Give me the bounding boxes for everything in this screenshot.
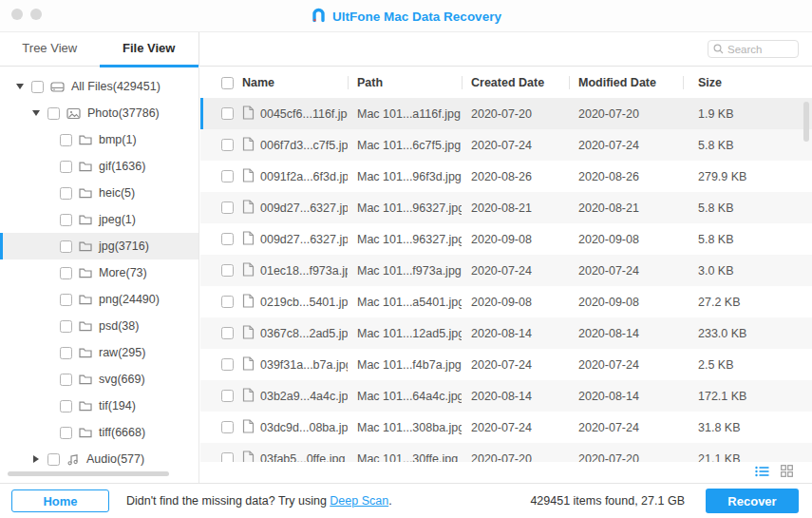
column-header-name[interactable]: Name bbox=[240, 76, 348, 89]
column-header-size[interactable]: Size bbox=[683, 76, 812, 89]
file-name: 03dc9d...08ba.jpg bbox=[260, 421, 348, 434]
checkbox[interactable] bbox=[60, 320, 72, 333]
table-row[interactable]: 0219cb...5401.jpg Mac 101...a5401.jpg 20… bbox=[200, 286, 812, 317]
checkbox[interactable] bbox=[221, 107, 234, 120]
tree-item-label: svg(669) bbox=[99, 373, 145, 386]
checkbox[interactable] bbox=[221, 264, 234, 277]
checkbox[interactable] bbox=[31, 81, 44, 93]
tree-item-tiff[interactable]: tiff(6668) bbox=[0, 419, 198, 446]
tree-item-audio[interactable]: Audio(577) bbox=[0, 446, 198, 472]
checkbox[interactable] bbox=[221, 201, 234, 214]
checkbox[interactable] bbox=[60, 134, 72, 146]
tree-item-label: More(73) bbox=[99, 266, 147, 279]
table-row[interactable]: 009d27...6327.jpg Mac 101...96327.jpg 20… bbox=[200, 223, 812, 255]
checkbox[interactable] bbox=[221, 233, 234, 245]
tree-item-jpg[interactable]: jpg(3716) bbox=[0, 233, 198, 259]
checkbox[interactable] bbox=[221, 296, 234, 308]
table-row[interactable]: 006f7d3...c7f5.jpg Mac 101...6c7f5.jpg 2… bbox=[200, 129, 812, 161]
app-window: UltFone Mac Data Recovery Tree View File… bbox=[0, 0, 812, 518]
file-size: 31.8 KB bbox=[683, 421, 812, 434]
folder-icon bbox=[79, 294, 92, 305]
tree-item-svg[interactable]: svg(669) bbox=[0, 366, 198, 393]
checkbox[interactable] bbox=[47, 107, 60, 120]
title-bar: UltFone Mac Data Recovery bbox=[0, 0, 812, 32]
file-path: Mac 101...96327.jpg bbox=[348, 233, 462, 246]
tab-file-view[interactable]: File View bbox=[100, 32, 199, 67]
checkbox[interactable] bbox=[221, 390, 234, 402]
file-icon bbox=[242, 356, 255, 374]
checkbox[interactable] bbox=[221, 327, 234, 339]
list-view-icon[interactable] bbox=[755, 464, 769, 481]
home-button[interactable]: Home bbox=[11, 489, 109, 512]
table-row[interactable]: 01ec18...f973a.jpg Mac 101...f973a.jpg 2… bbox=[200, 255, 812, 286]
tree-item-psd[interactable]: psd(38) bbox=[0, 313, 198, 339]
table-row[interactable]: 03fab5...0ffe.jpg Mac 101...30ffe.jpg 20… bbox=[200, 443, 812, 462]
tree-item-label: tif(194) bbox=[99, 399, 136, 412]
file-path: Mac 101...6c7f5.jpg bbox=[348, 139, 462, 152]
table-row[interactable]: 009d27...6327.jpg Mac 101...96327.jpg 20… bbox=[200, 192, 812, 223]
modified-date: 2020-07-20 bbox=[569, 452, 683, 463]
search-input[interactable] bbox=[727, 44, 788, 55]
expand-collapse-icon[interactable] bbox=[31, 110, 41, 116]
table-row[interactable]: 03b2a9...4a4c.jpg Mac 101...64a4c.jpg 20… bbox=[200, 380, 812, 412]
expand-collapse-icon[interactable] bbox=[31, 455, 41, 463]
tree-item-heic[interactable]: heic(5) bbox=[0, 180, 198, 206]
file-icon bbox=[242, 106, 255, 123]
table-row[interactable]: 0091f2a...6f3d.jpg Mac 101...96f3d.jpg 2… bbox=[200, 161, 812, 192]
column-header-path[interactable]: Path bbox=[348, 76, 462, 89]
table-row[interactable]: 03dc9d...08ba.jpg Mac 101...308ba.jpg 20… bbox=[200, 412, 812, 443]
checkbox[interactable] bbox=[221, 452, 234, 462]
tree-item-all-files[interactable]: All Files(429451) bbox=[0, 73, 198, 100]
created-date: 2020-09-08 bbox=[462, 233, 569, 246]
select-all-checkbox[interactable] bbox=[221, 77, 234, 89]
modified-date: 2020-07-24 bbox=[569, 358, 683, 372]
file-name: 009d27...6327.jpg bbox=[260, 201, 348, 215]
table-row[interactable]: 0045cf6...116f.jpg Mac 101...a116f.jpg 2… bbox=[200, 98, 812, 129]
table-row[interactable]: 039f31a...b7a.jpg Mac 101...f4b7a.jpg 20… bbox=[200, 349, 812, 380]
tree-item-tif[interactable]: tif(194) bbox=[0, 393, 198, 419]
tree-item-png[interactable]: png(24490) bbox=[0, 286, 198, 313]
file-path: Mac 101...f973a.jpg bbox=[348, 264, 462, 278]
checkbox[interactable] bbox=[47, 453, 60, 466]
tree-item-raw[interactable]: raw(295) bbox=[0, 339, 198, 366]
file-size: 1.9 KB bbox=[683, 107, 812, 121]
tab-tree-view[interactable]: Tree View bbox=[0, 32, 100, 67]
recover-button[interactable]: Recover bbox=[706, 489, 799, 513]
file-path: Mac 101...30ffe.jpg bbox=[348, 452, 462, 463]
checkbox[interactable] bbox=[60, 214, 72, 226]
checkbox[interactable] bbox=[60, 267, 72, 279]
checkbox[interactable] bbox=[60, 374, 72, 386]
column-header-modified[interactable]: Modified Date bbox=[569, 76, 683, 89]
tree-item-bmp[interactable]: bmp(1) bbox=[0, 126, 198, 153]
expand-collapse-icon[interactable] bbox=[15, 84, 25, 89]
checkbox[interactable] bbox=[60, 347, 72, 359]
grid-view-icon[interactable] bbox=[781, 464, 793, 481]
table-row[interactable]: 0367c8...2ad5.jpg Mac 101...12ad5.jpg 20… bbox=[200, 317, 812, 349]
checkbox[interactable] bbox=[60, 400, 72, 412]
tree-item-jpeg[interactable]: jpeg(1) bbox=[0, 206, 198, 233]
checkbox[interactable] bbox=[221, 421, 234, 433]
checkbox[interactable] bbox=[221, 358, 234, 371]
app-title: UltFone Mac Data Recovery bbox=[332, 10, 501, 24]
checkbox[interactable] bbox=[60, 427, 72, 439]
column-header-created[interactable]: Created Date bbox=[462, 76, 569, 89]
modified-date: 2020-09-08 bbox=[569, 233, 683, 246]
table-vertical-scrollbar[interactable] bbox=[803, 102, 809, 142]
sidebar-horizontal-scrollbar[interactable] bbox=[8, 471, 169, 476]
tree-item-label: Photo(37786) bbox=[87, 106, 160, 120]
checkbox[interactable] bbox=[221, 139, 234, 151]
tree-item-gif[interactable]: gif(1636) bbox=[0, 153, 198, 180]
search-box[interactable] bbox=[708, 40, 799, 58]
checkbox[interactable] bbox=[221, 170, 234, 182]
file-path: Mac 101...12ad5.jpg bbox=[348, 327, 462, 340]
file-name: 0091f2a...6f3d.jpg bbox=[260, 170, 348, 183]
tree-item-more[interactable]: More(73) bbox=[0, 259, 198, 286]
modified-date: 2020-07-24 bbox=[569, 421, 683, 434]
checkbox[interactable] bbox=[60, 187, 72, 200]
created-date: 2020-07-20 bbox=[462, 452, 569, 463]
deep-scan-link[interactable]: Deep Scan bbox=[330, 494, 388, 508]
tree-item-photo[interactable]: Photo(37786) bbox=[0, 100, 198, 126]
checkbox[interactable] bbox=[60, 161, 72, 173]
checkbox[interactable] bbox=[60, 240, 72, 253]
checkbox[interactable] bbox=[60, 294, 72, 306]
